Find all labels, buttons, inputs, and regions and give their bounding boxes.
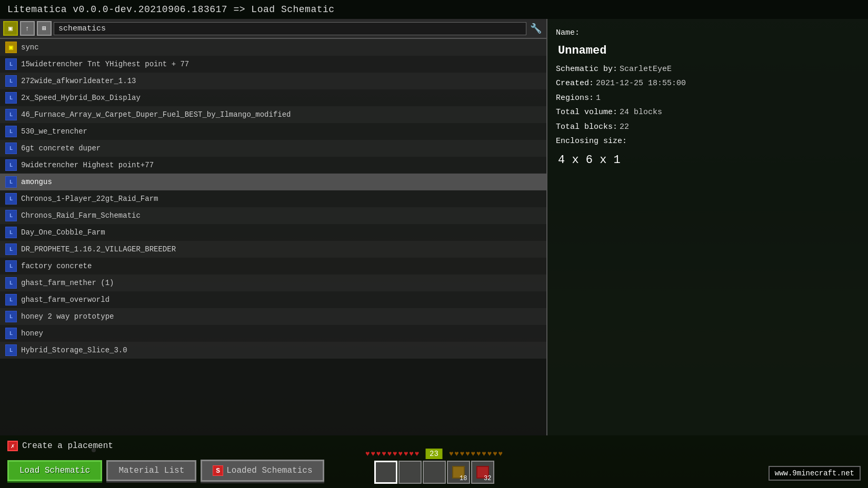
enclosing-row: Enclosing size:	[556, 135, 860, 148]
search-button[interactable]: 🔧	[528, 21, 543, 36]
list-item[interactable]: L272wide_afkworldeater_1.13	[0, 73, 546, 89]
name-value: Unnamed	[558, 41, 860, 60]
file-name: amongus	[21, 178, 52, 186]
total-blocks-value: 22	[620, 120, 629, 134]
created-row: Created: 2021-12-25 18:55:00	[556, 77, 860, 90]
total-blocks-row: Total blocks: 22	[556, 120, 860, 134]
file-name: 2x_Speed_Hybrid_Box_Display	[21, 94, 141, 102]
list-item[interactable]: L15widetrencher Tnt YHighest point + 77	[0, 56, 546, 73]
file-name: Chronos_Raid_Farm_Schematic	[21, 211, 141, 220]
created-value: 2021-12-25 18:55:00	[596, 77, 686, 90]
hud-area: ♥ ♥ ♥ ♥ ♥ ♥ ♥ ♥ ♥ ♥ 23 ♥ ♥ ♥ ♥ ♥ ♥ ♥	[365, 449, 503, 459]
enclosing-label: Enclosing size:	[556, 135, 627, 148]
path-input[interactable]	[54, 22, 526, 35]
list-item[interactable]: L9widetrencher Highest point+77	[0, 157, 546, 174]
schematic-icon: L	[5, 277, 17, 289]
schematic-icon: L	[5, 126, 17, 137]
load-schematic-button[interactable]: Load Schematic	[7, 460, 102, 481]
material-list-button[interactable]: Material List	[106, 460, 196, 481]
search-icon: 🔧	[530, 23, 542, 34]
schematic-icon: L	[5, 227, 17, 238]
level-badge: 23	[425, 449, 443, 459]
properties-panel: Name: Unnamed Schematic by: ScarletEyeE …	[547, 19, 868, 435]
list-item[interactable]: Lghast_farm_nether (1)	[0, 274, 546, 291]
ui-container: Litematica v0.0.0-dev.20210906.183617 =>…	[0, 0, 868, 488]
regions-value: 1	[596, 92, 601, 105]
total-volume-label: Total volume:	[556, 106, 617, 119]
schematic-icon: L	[5, 344, 17, 356]
heart-row: ♥ ♥ ♥ ♥ ♥ ♥ ♥ ♥ ♥ ♥	[365, 450, 419, 458]
schematic-icon: L	[5, 193, 17, 205]
nav-home-icon[interactable]: ⊞	[37, 21, 52, 36]
total-volume-row: Total volume: 24 blocks	[556, 106, 860, 119]
schematic-icon: L	[5, 159, 17, 171]
file-name: Day_One_Cobble_Farm	[21, 228, 105, 237]
folder-icon[interactable]: ▣	[3, 21, 18, 36]
name-label: Name:	[556, 26, 580, 40]
list-item[interactable]: ▣sync	[0, 39, 546, 56]
list-item[interactable]: L530_we_trencher	[0, 123, 546, 140]
list-item[interactable]: Lhoney	[0, 325, 546, 342]
main-content: ▣ ↑ ⊞ 🔧 ▣syncL15widetrencher Tnt YHighes…	[0, 19, 868, 435]
list-item[interactable]: LDay_One_Cobble_Farm	[0, 224, 546, 241]
total-blocks-label: Total blocks:	[556, 120, 617, 134]
total-volume-value: 24 blocks	[620, 106, 662, 119]
list-item[interactable]: LHybrid_Storage_Slice_3.0	[0, 342, 546, 359]
s-icon: S	[213, 465, 223, 476]
hotbar-area: 18 32	[374, 461, 494, 484]
schematic-icon: L	[5, 210, 17, 221]
schematic-icon: L	[5, 243, 17, 255]
list-item[interactable]: Lghast_farm_overworld	[0, 291, 546, 308]
enclosing-value: 4 x 6 x 1	[558, 150, 860, 170]
create-placement-row: ✗ Create a placement	[7, 441, 113, 451]
hotbar-slot-2[interactable]	[398, 461, 422, 484]
list-item[interactable]: LChronos_Raid_Farm_Schematic	[0, 207, 546, 224]
file-name: ghast_farm_overworld	[21, 296, 109, 304]
path-toolbar: ▣ ↑ ⊞ 🔧	[0, 19, 546, 39]
regions-label: Regions:	[556, 92, 594, 105]
schematic-icon: L	[5, 260, 17, 272]
list-item[interactable]: Lamongus	[0, 174, 546, 190]
list-item[interactable]: L2x_Speed_Hybrid_Box_Display	[0, 89, 546, 106]
bottom-area: ✗ Create a placement ♥ ♥ ♥ ♥ ♥ ♥ ♥ ♥ ♥ ♥…	[0, 435, 868, 488]
list-item[interactable]: Lhoney 2 way prototype	[0, 308, 546, 325]
file-name: DR_PROPHETE_1.16.2_VILLAGER_BREEDER	[21, 245, 176, 253]
file-name: 9widetrencher Highest point+77	[21, 161, 154, 169]
create-placement-checkbox[interactable]: ✗	[7, 441, 18, 451]
regions-row: Regions: 1	[556, 92, 860, 105]
schematic-by-row: Schematic by: ScarletEyeE	[556, 63, 860, 76]
hotbar-slot-3[interactable]	[423, 461, 446, 484]
file-panel: ▣ ↑ ⊞ 🔧 ▣syncL15widetrencher Tnt YHighes…	[0, 19, 547, 435]
schematic-icon: L	[5, 58, 17, 70]
loaded-schematics-button[interactable]: S Loaded Schematics	[201, 460, 324, 482]
file-name: 15widetrencher Tnt YHighest point + 77	[21, 60, 189, 68]
folder-icon: ▣	[5, 42, 17, 53]
file-name: 530_we_trencher	[21, 127, 87, 136]
file-name: factory concrete	[21, 262, 92, 270]
list-item[interactable]: LChronos_1-Player_22gt_Raid_Farm	[0, 190, 546, 207]
hotbar-slot-1[interactable]	[374, 461, 397, 484]
schematic-by-value: ScarletEyeE	[620, 63, 672, 76]
list-item[interactable]: L6gt concrete duper	[0, 140, 546, 157]
list-item[interactable]: LDR_PROPHETE_1.16.2_VILLAGER_BREEDER	[0, 241, 546, 258]
schematic-icon: L	[5, 176, 17, 188]
watermark: www.9minecraft.net	[769, 466, 861, 481]
file-name: 46_Furnace_Array_w_Carpet_Duper_Fuel_BES…	[21, 110, 291, 119]
nav-up-icon[interactable]: ↑	[20, 21, 35, 36]
file-name: ghast_farm_nether (1)	[21, 279, 114, 287]
schematic-icon: L	[5, 92, 17, 104]
hotbar-slot-5[interactable]: 32	[471, 461, 494, 484]
file-name: 6gt concrete duper	[21, 144, 101, 152]
created-label: Created:	[556, 77, 594, 90]
list-item[interactable]: Lfactory concrete	[0, 258, 546, 274]
schematic-icon: L	[5, 311, 17, 322]
schematic-icon: L	[5, 294, 17, 306]
app-title: Litematica v0.0.0-dev.20210906.183617 =>…	[7, 4, 335, 15]
list-item[interactable]: L46_Furnace_Array_w_Carpet_Duper_Fuel_BE…	[0, 106, 546, 123]
hotbar-slot-4[interactable]: 18	[447, 461, 470, 484]
hunger-row: ♥ ♥ ♥ ♥ ♥ ♥ ♥ ♥ ♥ ♥	[449, 450, 503, 458]
bottom-buttons: Load Schematic Material List S Loaded Sc…	[7, 460, 324, 482]
file-list[interactable]: ▣syncL15widetrencher Tnt YHighest point …	[0, 39, 546, 435]
title-bar: Litematica v0.0.0-dev.20210906.183617 =>…	[0, 0, 868, 19]
schematic-icon: L	[5, 328, 17, 339]
